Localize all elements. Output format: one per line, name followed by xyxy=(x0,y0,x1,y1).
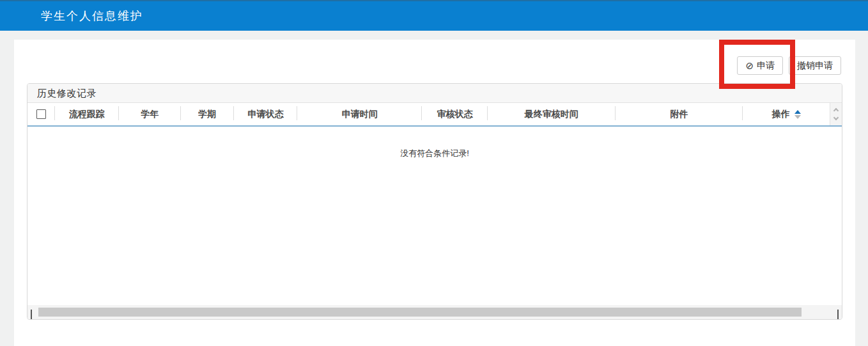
column-header-review-status[interactable]: 审核状态 xyxy=(422,103,488,125)
scroll-right-icon[interactable] xyxy=(837,310,839,320)
column-header-attachment[interactable]: 附件 xyxy=(616,103,743,125)
column-label: 申请状态 xyxy=(247,109,283,120)
grid-title: 历史修改记录 xyxy=(27,84,842,103)
column-label: 学期 xyxy=(198,109,216,120)
column-label: 申请时间 xyxy=(342,109,378,120)
apply-button-label: 申请 xyxy=(757,60,775,72)
vertical-scrollbar[interactable] xyxy=(830,103,842,125)
sort-down-arrow xyxy=(794,115,801,119)
content-panel: ⊘ 申请 撤销申请 历史修改记录 流程跟踪 学年 学期 申请状态 xyxy=(14,40,855,346)
grid-body: 没有符合条件记录! xyxy=(27,127,842,305)
select-all-cell xyxy=(27,103,55,125)
column-label: 审核状态 xyxy=(437,109,472,120)
horizontal-scrollbar-thumb[interactable] xyxy=(38,308,802,317)
page-title: 学生个人信息维护 xyxy=(41,0,143,32)
column-header-school-year[interactable]: 学年 xyxy=(119,103,181,125)
revoke-button-label: 撤销申请 xyxy=(797,60,833,72)
scroll-up-icon[interactable] xyxy=(833,108,839,113)
column-header-process-track[interactable]: 流程跟踪 xyxy=(55,103,119,125)
column-header-operation[interactable]: 操作 xyxy=(743,103,830,125)
ban-icon: ⊘ xyxy=(745,61,754,70)
sort-icon[interactable] xyxy=(794,110,801,119)
column-label: 操作 xyxy=(772,109,790,120)
grid-header-row: 流程跟踪 学年 学期 申请状态 申请时间 审核状态 最终审核时间 附件 xyxy=(27,103,842,127)
scroll-left-icon[interactable] xyxy=(31,310,32,320)
sort-up-arrow xyxy=(794,110,801,114)
page: { "app_header": { "title": "学生个人信息维护" },… xyxy=(0,0,868,346)
revoke-apply-button[interactable]: 撤销申请 xyxy=(789,56,841,75)
horizontal-scrollbar[interactable] xyxy=(27,305,842,319)
app-header-bar: 学生个人信息维护 xyxy=(0,0,868,31)
history-grid: 历史修改记录 流程跟踪 学年 学期 申请状态 申请时间 审核状态 xyxy=(27,83,842,320)
column-header-apply-time[interactable]: 申请时间 xyxy=(297,103,422,125)
column-label: 学年 xyxy=(141,109,159,120)
column-header-final-review-time[interactable]: 最终审核时间 xyxy=(488,103,616,125)
column-label: 流程跟踪 xyxy=(69,109,105,120)
column-label: 最终审核时间 xyxy=(525,109,578,120)
scroll-down-icon[interactable] xyxy=(833,115,839,120)
column-header-semester[interactable]: 学期 xyxy=(181,103,234,125)
apply-button[interactable]: ⊘ 申请 xyxy=(737,56,783,75)
empty-records-message: 没有符合条件记录! xyxy=(27,127,842,159)
column-header-apply-status[interactable]: 申请状态 xyxy=(234,103,298,125)
toolbar: ⊘ 申请 撤销申请 xyxy=(737,56,841,75)
column-label: 附件 xyxy=(670,109,688,120)
select-all-checkbox[interactable] xyxy=(36,109,46,119)
